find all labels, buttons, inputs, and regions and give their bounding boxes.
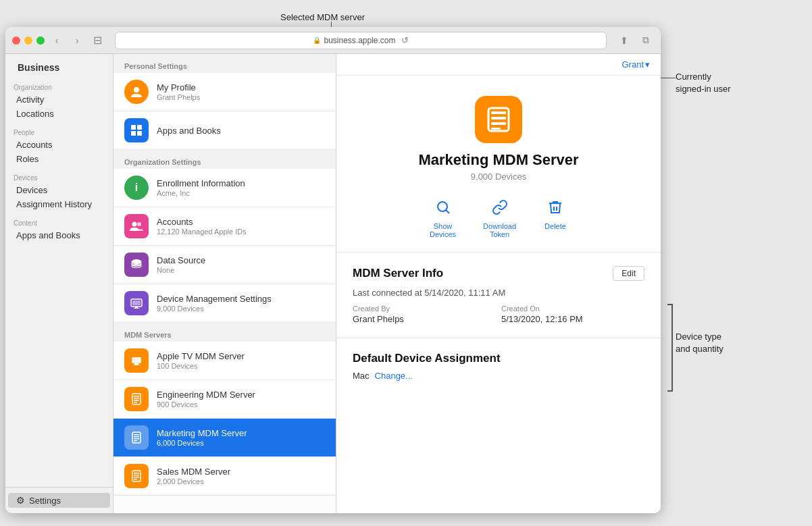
- sales-title: Sales MDM Server: [157, 467, 325, 477]
- apple-tv-mdm-item[interactable]: Apple TV MDM Server 100 Devices: [113, 342, 336, 380]
- engineering-icon: [124, 387, 149, 411]
- server-icon-large: [475, 96, 522, 143]
- svg-rect-12: [135, 307, 138, 308]
- svg-rect-19: [134, 398, 139, 399]
- chevron-down-icon: ▾: [645, 59, 650, 70]
- svg-rect-3: [131, 131, 136, 136]
- forward-button[interactable]: ›: [69, 32, 85, 49]
- svg-rect-16: [133, 365, 140, 365]
- sidebar-item-assignment-history[interactable]: Assignment History: [8, 197, 110, 211]
- sales-subtitle: 2,000 Devices: [157, 477, 325, 485]
- sidebar-item-accounts[interactable]: Accounts: [8, 138, 110, 152]
- sales-icon: [124, 464, 149, 488]
- middle-panel: Personal Settings My Profile Grant Phelp…: [113, 54, 336, 513]
- sidebar-item-locations[interactable]: Locations: [8, 107, 110, 121]
- sales-mdm-item[interactable]: Sales MDM Server 2,000 Devices: [113, 457, 336, 496]
- signed-in-user-annotation: Currentlysigned-in user: [676, 71, 731, 95]
- show-devices-button[interactable]: ShowDevices: [430, 195, 456, 238]
- download-token-button[interactable]: DownloadToken: [483, 195, 516, 238]
- show-devices-label: ShowDevices: [430, 222, 456, 238]
- personal-settings-header: Personal Settings: [113, 54, 336, 73]
- change-link[interactable]: Change...: [375, 371, 413, 381]
- data-source-title: Data Source: [157, 255, 325, 265]
- people-section-label: People: [5, 129, 113, 138]
- sidebar-item-devices[interactable]: Devices: [8, 183, 110, 197]
- action-buttons: ShowDevices DownloadToken Delete: [430, 195, 567, 238]
- url-bar[interactable]: 🔒 business.apple.com ↺: [115, 32, 607, 49]
- new-tab-button[interactable]: ⧉: [638, 32, 654, 49]
- sidebar-item-activity[interactable]: Activity: [8, 93, 110, 107]
- apps-books-icon: [124, 118, 149, 142]
- default-assignment-section: Default Device Assignment Mac Change...: [336, 338, 661, 394]
- accounts-text: Accounts 12,120 Managed Apple IDs: [157, 217, 325, 236]
- svg-rect-14: [132, 357, 141, 363]
- server-devices-count: 9,000 Devices: [471, 172, 526, 182]
- svg-point-6: [137, 222, 141, 226]
- device-mgmt-text: Device Management Settings 9,000 Devices: [157, 294, 325, 313]
- signed-in-user-btn[interactable]: Grant ▾: [621, 59, 650, 70]
- signed-in-user-name: Grant: [621, 59, 644, 70]
- svg-line-38: [446, 211, 449, 214]
- maximize-button[interactable]: [36, 36, 45, 45]
- sidebar-item-apps-books[interactable]: Apps and Books: [8, 228, 110, 242]
- created-by-block: Created By Grant Phelps: [353, 305, 496, 324]
- detail-header: Grant ▾: [336, 54, 661, 76]
- settings-label: Settings: [29, 496, 61, 506]
- my-profile-subtitle: Grant Phelps: [157, 93, 325, 101]
- edit-button[interactable]: Edit: [613, 266, 644, 281]
- engineering-text: Engineering MDM Server 900 Devices: [157, 390, 325, 409]
- sidebar-item-roles[interactable]: Roles: [8, 152, 110, 166]
- accounts-subtitle: 12,120 Managed Apple IDs: [157, 228, 325, 236]
- delete-button[interactable]: Delete: [543, 195, 567, 238]
- apple-tv-subtitle: 100 Devices: [157, 362, 325, 370]
- svg-rect-25: [134, 438, 139, 440]
- back-button[interactable]: ‹: [49, 32, 65, 49]
- show-devices-icon: [431, 195, 455, 219]
- svg-rect-18: [134, 396, 139, 397]
- my-profile-item[interactable]: My Profile Grant Phelps: [113, 73, 336, 111]
- device-mgmt-item[interactable]: Device Management Settings 9,000 Devices: [113, 284, 336, 323]
- device-mgmt-title: Device Management Settings: [157, 294, 325, 304]
- apps-books-item[interactable]: Apps and Books: [113, 111, 336, 150]
- sidebar-toggle-button[interactable]: ⊟: [89, 32, 105, 49]
- svg-rect-17: [132, 394, 141, 404]
- enrollment-info-item[interactable]: i Enrollment Information Acme, Inc: [113, 169, 336, 207]
- marketing-mdm-item[interactable]: Marketing MDM Server 6,000 Devices: [113, 419, 336, 457]
- brand-area: Business: [5, 54, 113, 78]
- devices-section-label: Devices: [5, 174, 113, 183]
- settings-icon: ⚙: [16, 495, 25, 506]
- toolbar-actions: ⬆ ⧉: [616, 32, 654, 49]
- selected-mdm-annotation: Selected MDM server: [280, 12, 365, 22]
- titlebar: ‹ › ⊟ 🔒 business.apple.com ↺ ⬆ ⧉: [5, 27, 661, 54]
- apple-tv-text: Apple TV MDM Server 100 Devices: [157, 351, 325, 370]
- lock-icon: 🔒: [313, 36, 321, 44]
- svg-rect-22: [132, 432, 141, 443]
- created-by-label: Created By: [353, 305, 496, 313]
- mdm-server-info-section: MDM Server Info Edit Last connected at 5…: [336, 253, 661, 338]
- data-source-subtitle: None: [157, 266, 325, 274]
- svg-point-37: [438, 202, 447, 211]
- marketing-icon: [124, 425, 149, 450]
- accounts-title: Accounts: [157, 217, 325, 227]
- svg-rect-11: [132, 300, 141, 305]
- svg-rect-28: [134, 473, 139, 474]
- info-grid: Created By Grant Phelps Created On 5/13/…: [353, 305, 644, 324]
- marketing-subtitle: 6,000 Devices: [157, 439, 325, 447]
- assignment-type: Mac: [353, 371, 370, 381]
- reload-icon[interactable]: ↺: [401, 35, 409, 45]
- close-button[interactable]: [12, 36, 20, 45]
- devices-section: Devices Devices Assignment History: [5, 169, 113, 214]
- my-profile-title: My Profile: [157, 82, 325, 93]
- data-source-item[interactable]: Data Source None: [113, 246, 336, 284]
- mdm-info-title: MDM Server Info: [353, 267, 443, 280]
- minimize-button[interactable]: [24, 36, 32, 45]
- share-button[interactable]: ⬆: [616, 32, 632, 49]
- engineering-mdm-item[interactable]: Engineering MDM Server 900 Devices: [113, 380, 336, 419]
- last-connected-row: Last connected at 5/14/2020, 11:11 AM: [353, 288, 644, 298]
- org-section-label: Organization: [5, 84, 113, 93]
- accounts-item[interactable]: Accounts 12,120 Managed Apple IDs: [113, 207, 336, 246]
- mdm-servers-header: MDM Servers: [113, 323, 336, 342]
- sidebar-item-settings[interactable]: ⚙ Settings: [8, 493, 110, 508]
- svg-rect-31: [134, 479, 137, 480]
- svg-point-5: [132, 222, 137, 227]
